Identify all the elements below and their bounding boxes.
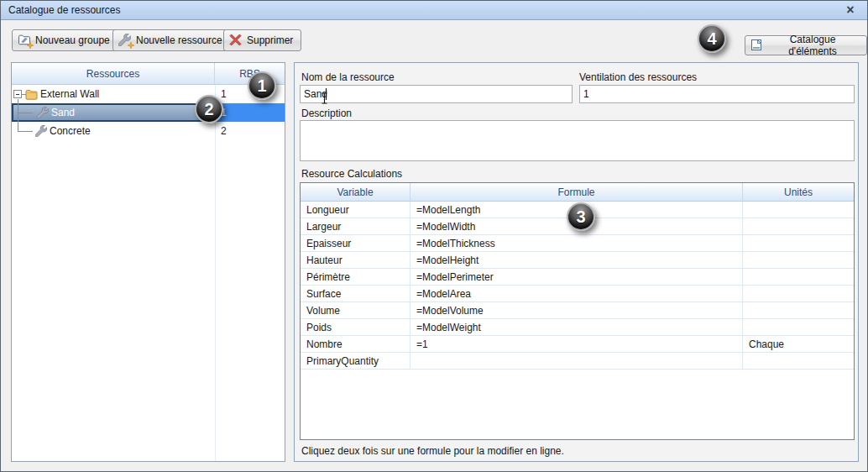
description-label: Description [301, 108, 352, 119]
tree-item-label: External Wall [40, 88, 99, 100]
calc-variable-cell: Nombre [301, 336, 410, 352]
calc-units-cell [743, 252, 854, 268]
calc-units-cell [743, 302, 854, 318]
calc-row-surface[interactable]: Surface=ModelArea [301, 286, 854, 302]
new-resource-button[interactable]: Nouvelle ressource [112, 29, 231, 51]
calc-column-variable[interactable]: Variable [301, 183, 410, 201]
calc-variable-cell: Hauteur [301, 252, 410, 268]
ventilation-label: Ventilation des ressources [579, 71, 697, 83]
wrench-icon [35, 125, 47, 137]
tree-connector-line [22, 94, 26, 95]
formula-edit-hint: Cliquez deux fois sur une formule pour l… [301, 445, 564, 457]
callout-badge-4: 4 [698, 24, 726, 53]
calc-variable-cell: Epaisseur [301, 235, 410, 251]
tree-item-label: Concrete [50, 125, 91, 137]
tree-item-name-cell[interactable]: External Wall [12, 85, 215, 103]
calc-row-epaisseur[interactable]: Epaisseur=ModelThickness [301, 235, 854, 252]
resource-tree-panel: Ressources RBS External Wall1 Sand1 Conc… [11, 62, 285, 462]
close-icon[interactable]: × [842, 2, 859, 18]
calc-formula-cell[interactable]: =ModelPerimeter [410, 269, 743, 285]
tree-column-separator [215, 85, 216, 461]
calc-units-cell [743, 218, 854, 234]
calc-formula-cell[interactable] [410, 353, 743, 369]
new-group-label: Nouveau groupe [35, 34, 110, 46]
calculations-label: Resource Calculations [301, 168, 402, 180]
delete-x-icon [229, 34, 243, 47]
new-resource-label: Nouvelle ressource [136, 34, 222, 46]
calc-variable-cell: Périmètre [301, 269, 410, 285]
tree-item-rbs-value: 1 [215, 103, 285, 122]
calc-row-volume[interactable]: Volume=ModelVolume [301, 302, 854, 319]
tree-row-external-wall[interactable]: External Wall1 [12, 85, 285, 103]
resource-catalog-dialog: Catalogue de ressources × Nouveau groupe… [0, 0, 868, 472]
tree-item-name-cell[interactable]: Sand [12, 103, 215, 122]
new-group-icon [18, 34, 32, 47]
tree-item-rbs-value: 2 [215, 122, 285, 140]
tree-item-label: Sand [51, 107, 75, 118]
tree-expander-icon[interactable] [13, 90, 22, 98]
callout-badge-3: 3 [567, 202, 595, 231]
calc-formula-cell[interactable]: =1 [410, 336, 743, 352]
calc-variable-cell: Surface [301, 286, 410, 302]
calc-formula-cell[interactable]: =ModelArea [410, 286, 743, 302]
tree-header: Ressources RBS [12, 63, 285, 85]
title-bar: Catalogue de ressources [1, 1, 867, 20]
calc-units-cell [743, 235, 854, 251]
calc-column-formule[interactable]: Formule [410, 183, 743, 201]
new-resource-icon [118, 34, 133, 47]
folder-icon [25, 89, 38, 100]
calc-units-cell [743, 353, 854, 369]
tree-connector-line [18, 113, 33, 113]
tree-connector-line [18, 131, 33, 132]
calc-formula-cell[interactable]: =ModelVolume [410, 302, 743, 318]
new-group-button[interactable]: Nouveau groupe [12, 29, 118, 51]
calc-formula-cell[interactable]: =ModelWeight [410, 319, 743, 335]
delete-label: Supprimer [247, 34, 293, 46]
ibeam-cursor-icon [321, 92, 328, 104]
resource-name-label: Nom de la ressource [301, 71, 395, 83]
calc-units-cell: Chaque [743, 336, 854, 352]
calc-variable-cell: Largeur [301, 218, 410, 234]
calc-units-cell [743, 286, 854, 302]
description-textarea[interactable] [300, 120, 855, 161]
calc-row-périmètre[interactable]: Périmètre=ModelPerimeter [301, 269, 854, 286]
tree-column-ressources[interactable]: Ressources [12, 63, 215, 84]
tree-row-concrete[interactable]: Concrete2 [12, 122, 285, 140]
resource-detail-panel: Nom de la ressource Ventilation des ress… [294, 62, 859, 462]
calc-variable-cell: PrimaryQuantity [301, 353, 410, 369]
calc-variable-cell: Longueur [301, 202, 410, 218]
calc-variable-cell: Volume [301, 302, 410, 318]
tree-row-sand[interactable]: Sand1 [12, 103, 285, 122]
calc-units-cell [743, 269, 854, 285]
callout-badge-2: 2 [195, 95, 223, 123]
calc-table-header: Variable Formule Unités [301, 183, 854, 202]
calc-row-primaryquantity[interactable]: PrimaryQuantity [301, 353, 854, 370]
calc-units-cell [743, 202, 854, 218]
tree-connector-line [18, 99, 18, 131]
calc-row-poids[interactable]: Poids=ModelWeight [301, 319, 854, 336]
calc-row-hauteur[interactable]: Hauteur=ModelHeight [301, 252, 854, 269]
element-catalog-icon [750, 39, 763, 52]
calc-column-unites[interactable]: Unités [743, 183, 854, 201]
element-catalog-button[interactable]: Catalogue d'éléments [745, 35, 867, 55]
wrench-icon [37, 107, 49, 118]
delete-button[interactable]: Supprimer [223, 29, 301, 51]
calc-formula-cell[interactable]: =ModelHeight [410, 252, 743, 268]
calc-row-nombre[interactable]: Nombre=1Chaque [301, 336, 854, 353]
calc-units-cell [743, 319, 854, 335]
resource-name-input[interactable] [300, 85, 573, 103]
element-catalog-label: Catalogue d'éléments [766, 34, 859, 57]
calc-formula-cell[interactable]: =ModelThickness [410, 235, 743, 251]
calc-variable-cell: Poids [301, 319, 410, 335]
tree-item-name-cell[interactable]: Concrete [12, 122, 215, 140]
callout-badge-1: 1 [248, 71, 276, 100]
ventilation-input[interactable] [579, 85, 855, 103]
window-title: Catalogue de ressources [8, 4, 120, 16]
